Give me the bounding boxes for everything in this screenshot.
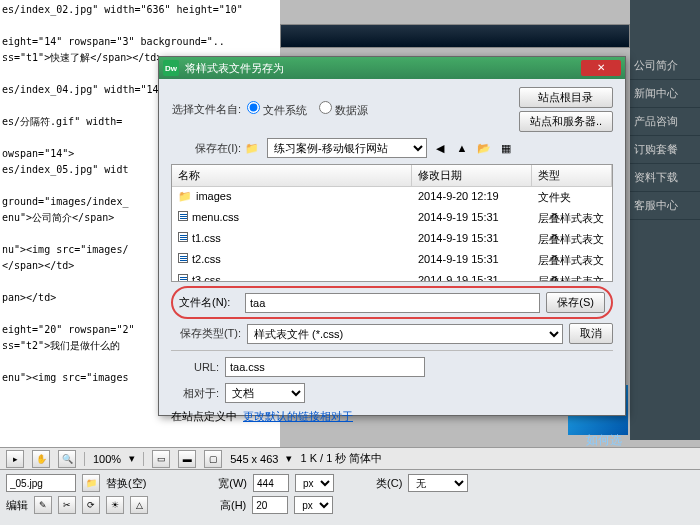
- dw-icon: Dw: [163, 60, 179, 76]
- col-date[interactable]: 修改日期: [412, 165, 532, 186]
- crop-icon[interactable]: ✂: [58, 496, 76, 514]
- sharpen-icon[interactable]: △: [130, 496, 148, 514]
- filename-label: 文件名(N):: [179, 295, 239, 310]
- nav-item-download[interactable]: 资料下载: [630, 164, 700, 192]
- dialog-title-text: 将样式表文件另存为: [185, 61, 581, 76]
- table-row[interactable]: t3.css2014-9-19 15:31层叠样式表文: [172, 271, 612, 282]
- nav-item-news[interactable]: 新闻中心: [630, 80, 700, 108]
- save-button[interactable]: 保存(S): [546, 292, 605, 313]
- hint-text: 在站点定义中: [171, 409, 237, 424]
- hand-icon[interactable]: ✋: [32, 450, 50, 468]
- save-in-label: 保存在(I):: [171, 141, 241, 156]
- col-type[interactable]: 类型: [532, 165, 612, 186]
- perf-text: 1 K / 1 秒 简体中: [300, 451, 382, 466]
- file-list-header: 名称 修改日期 类型: [172, 165, 612, 187]
- filename-input[interactable]: [245, 293, 540, 313]
- file-list[interactable]: 名称 修改日期 类型 📁images2014-9-20 12:19文件夹menu…: [171, 164, 613, 282]
- replace-label: 替换(空): [106, 476, 146, 491]
- right-nav: 公司简介 新闻中心 产品咨询 订购套餐 资料下载 客服中心: [630, 0, 700, 440]
- table-row[interactable]: 📁images2014-9-20 12:19文件夹: [172, 187, 612, 208]
- relative-select[interactable]: 文档: [225, 383, 305, 403]
- status-bar: ▸ ✋ 🔍 100% ▾ ▭ ▬ ▢ 545 x 463 ▾ 1 K / 1 秒…: [0, 447, 700, 469]
- edit-icon[interactable]: ✎: [34, 496, 52, 514]
- site-servers-button[interactable]: 站点和服务器..: [519, 111, 613, 132]
- cancel-button[interactable]: 取消: [569, 323, 613, 344]
- hint-link[interactable]: 更改默认的链接相对于: [243, 409, 353, 424]
- folder-icon: 📁: [245, 142, 259, 155]
- radio-filesystem[interactable]: 文件系统: [247, 101, 307, 118]
- up-icon[interactable]: ▲: [453, 139, 471, 157]
- height-input[interactable]: [252, 496, 288, 514]
- nav-item-service[interactable]: 客服中心: [630, 192, 700, 220]
- url-label: URL:: [171, 361, 219, 373]
- back-icon[interactable]: ◀: [431, 139, 449, 157]
- folder-open-icon[interactable]: 📁: [82, 474, 100, 492]
- zoom-icon[interactable]: 🔍: [58, 450, 76, 468]
- dialog-titlebar[interactable]: Dw 将样式表文件另存为 ✕: [159, 57, 625, 79]
- edit-label: 编辑: [6, 498, 28, 513]
- relative-label: 相对于:: [171, 386, 219, 401]
- width-label: 宽(W): [218, 476, 247, 491]
- site-root-button[interactable]: 站点根目录: [519, 87, 613, 108]
- view-icon[interactable]: ▦: [497, 139, 515, 157]
- table-row[interactable]: t1.css2014-9-19 15:31层叠样式表文: [172, 229, 612, 250]
- view1-icon[interactable]: ▭: [152, 450, 170, 468]
- save-location-select[interactable]: 练习案例-移动银行网站: [267, 138, 427, 158]
- pointer-icon[interactable]: ▸: [6, 450, 24, 468]
- select-from-label: 选择文件名自:: [171, 102, 241, 117]
- zoom-value[interactable]: 100%: [93, 453, 121, 465]
- brightness-icon[interactable]: ☀: [106, 496, 124, 514]
- table-row[interactable]: t2.css2014-9-19 15:31层叠样式表文: [172, 250, 612, 271]
- class-label: 类(C): [376, 476, 402, 491]
- nav-item-company[interactable]: 公司简介: [630, 52, 700, 80]
- resample-icon[interactable]: ⟳: [82, 496, 100, 514]
- col-name[interactable]: 名称: [172, 165, 412, 186]
- filename-highlight: 文件名(N): 保存(S): [171, 286, 613, 319]
- width-unit[interactable]: px: [295, 474, 334, 492]
- url-input[interactable]: [225, 357, 425, 377]
- properties-panel: 📁 替换(空) 宽(W) px 类(C) 无 编辑 ✎ ✂ ⟳ ☀ △ 高(H)…: [0, 469, 700, 525]
- filetype-label: 保存类型(T):: [171, 326, 241, 341]
- height-unit[interactable]: px: [294, 496, 333, 514]
- new-folder-icon[interactable]: 📂: [475, 139, 493, 157]
- view2-icon[interactable]: ▬: [178, 450, 196, 468]
- img-file-field[interactable]: [6, 474, 76, 492]
- nav-item-order[interactable]: 订购套餐: [630, 136, 700, 164]
- class-select[interactable]: 无: [408, 474, 468, 492]
- save-as-dialog: Dw 将样式表文件另存为 ✕ 选择文件名自: 文件系统 数据源 站点根目录 站点…: [158, 56, 626, 416]
- width-input[interactable]: [253, 474, 289, 492]
- filetype-select[interactable]: 样式表文件 (*.css): [247, 324, 563, 344]
- height-label: 高(H): [220, 498, 246, 513]
- dimensions-text: 545 x 463: [230, 453, 278, 465]
- radio-datasource[interactable]: 数据源: [319, 101, 368, 118]
- close-icon[interactable]: ✕: [581, 60, 621, 76]
- nav-item-product[interactable]: 产品咨询: [630, 108, 700, 136]
- preview-strip: [280, 24, 630, 48]
- table-row[interactable]: menu.css2014-9-19 15:31层叠样式表文: [172, 208, 612, 229]
- view3-icon[interactable]: ▢: [204, 450, 222, 468]
